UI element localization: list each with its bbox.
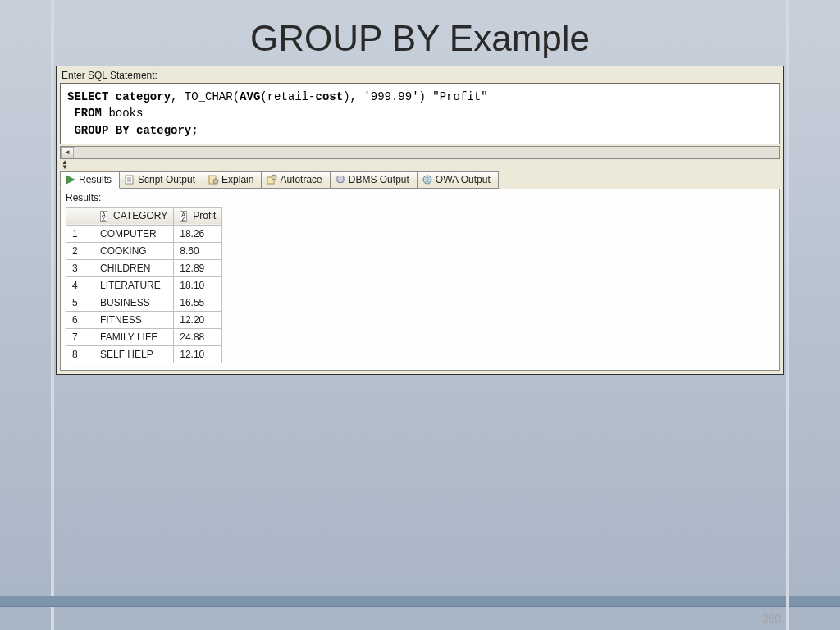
- autotrace-icon: [266, 174, 277, 185]
- fn-tochar: TO_CHAR(: [185, 90, 240, 103]
- play-icon: [65, 174, 76, 185]
- kw-from: FROM: [67, 107, 102, 120]
- sort-icon[interactable]: AZ: [180, 211, 187, 222]
- tab-autotrace[interactable]: Autotrace: [261, 171, 330, 189]
- table-header-row: AZ CATEGORY AZ Profit: [66, 207, 222, 225]
- sort-icon[interactable]: AZ: [100, 211, 107, 222]
- explain-icon: [208, 174, 219, 185]
- results-tabs: Results Script Output Explain Autotrace …: [60, 171, 780, 189]
- tab-label: Autotrace: [280, 174, 322, 185]
- tab-dbms-output[interactable]: DBMS Output: [330, 171, 418, 189]
- script-icon: [124, 174, 135, 185]
- tab-label: DBMS Output: [349, 174, 409, 185]
- table-row[interactable]: 5BUSINESS16.55: [66, 294, 222, 311]
- category-cell: COOKING: [94, 242, 174, 259]
- profit-cell: 12.89: [174, 259, 222, 276]
- database-icon: [335, 174, 346, 185]
- tab-label: Script Output: [138, 174, 195, 185]
- group-col: category;: [130, 124, 199, 137]
- table-row[interactable]: 7FAMILY LIFE24.88: [66, 328, 222, 345]
- globe-icon: [422, 174, 433, 185]
- page-title: GROUP BY Example: [51, 0, 789, 66]
- scroll-left-button[interactable]: ◄: [61, 147, 74, 158]
- results-panel: Results: AZ CATEGORY AZ Profit: [60, 189, 780, 371]
- category-cell: SELF HELP: [94, 345, 174, 363]
- scroll-track[interactable]: [74, 147, 779, 158]
- category-cell: FAMILY LIFE: [94, 328, 174, 345]
- fn-avg: AVG: [240, 90, 260, 103]
- horizontal-scrollbar[interactable]: ◄: [60, 146, 780, 159]
- category-cell: BUSINESS: [94, 294, 174, 311]
- comma: ,: [171, 90, 177, 103]
- kw-select: SELECT: [67, 90, 108, 103]
- svg-point-6: [213, 179, 218, 184]
- tab-explain[interactable]: Explain: [203, 171, 262, 189]
- tab-owa-output[interactable]: OWA Output: [417, 171, 499, 189]
- row-number-cell: 5: [66, 294, 94, 311]
- profit-cell: 16.55: [174, 294, 222, 311]
- column-header-category[interactable]: AZ CATEGORY: [94, 207, 174, 225]
- sql-tool-window: Enter SQL Statement: SELECT category, TO…: [56, 66, 784, 375]
- category-cell: LITERATURE: [94, 276, 174, 294]
- category-cell: FITNESS: [94, 311, 174, 328]
- row-number-cell: 6: [66, 311, 94, 328]
- sql-input-label: Enter SQL Statement:: [57, 66, 783, 83]
- row-number-cell: 1: [66, 225, 94, 242]
- row-number-cell: 2: [66, 242, 94, 259]
- col-category: category: [116, 90, 171, 103]
- row-number-cell: 3: [66, 259, 94, 276]
- page-number: 360: [762, 612, 781, 625]
- tab-script-output[interactable]: Script Output: [119, 171, 203, 189]
- tab-label: Explain: [221, 174, 253, 185]
- profit-cell: 8.60: [174, 242, 222, 259]
- tab-label: OWA Output: [436, 174, 491, 185]
- svg-marker-0: [66, 176, 75, 184]
- profit-cell: 12.20: [174, 311, 222, 328]
- sql-editor[interactable]: SELECT category, TO_CHAR(AVG(retail-cost…: [60, 83, 780, 144]
- footer-band: [0, 596, 840, 607]
- table-row[interactable]: 4LITERATURE18.10: [66, 276, 222, 294]
- kw-groupby: GROUP BY: [67, 124, 130, 137]
- column-label: CATEGORY: [113, 210, 167, 221]
- profit-cell: 24.88: [174, 328, 222, 345]
- row-number-cell: 4: [66, 276, 94, 294]
- svg-point-8: [272, 175, 276, 180]
- category-cell: COMPUTER: [94, 225, 174, 242]
- results-table: AZ CATEGORY AZ Profit 1COMPUTER18.262COO…: [66, 207, 222, 363]
- col-cost: cost: [316, 90, 344, 103]
- table-row[interactable]: 3CHILDREN12.89: [66, 259, 222, 276]
- row-number-cell: 7: [66, 328, 94, 345]
- results-label: Results:: [61, 189, 779, 205]
- column-label: Profit: [193, 210, 216, 221]
- table-row[interactable]: 2COOKING8.60: [66, 242, 222, 259]
- tab-results[interactable]: Results: [60, 171, 120, 189]
- table-row[interactable]: 1COMPUTER18.26: [66, 225, 222, 242]
- column-header-profit[interactable]: AZ Profit: [174, 207, 222, 225]
- category-cell: CHILDREN: [94, 259, 174, 276]
- comma2: ,: [350, 90, 357, 103]
- expr-open: (retail-: [260, 90, 315, 103]
- row-number-cell: 8: [66, 345, 94, 363]
- profit-cell: 18.26: [174, 225, 222, 242]
- tab-label: Results: [79, 174, 112, 185]
- table-row[interactable]: 6FITNESS12.20: [66, 311, 222, 328]
- table-row[interactable]: 8SELF HELP12.10: [66, 345, 222, 363]
- row-number-header[interactable]: [66, 207, 94, 225]
- expr-close: ): [343, 90, 349, 103]
- tbl-books: books: [102, 107, 143, 120]
- fmt-literal: '999.99') "Profit": [357, 90, 488, 103]
- profit-cell: 12.10: [174, 345, 222, 363]
- splitter-handle[interactable]: ▲▼: [60, 159, 780, 170]
- profit-cell: 18.10: [174, 276, 222, 294]
